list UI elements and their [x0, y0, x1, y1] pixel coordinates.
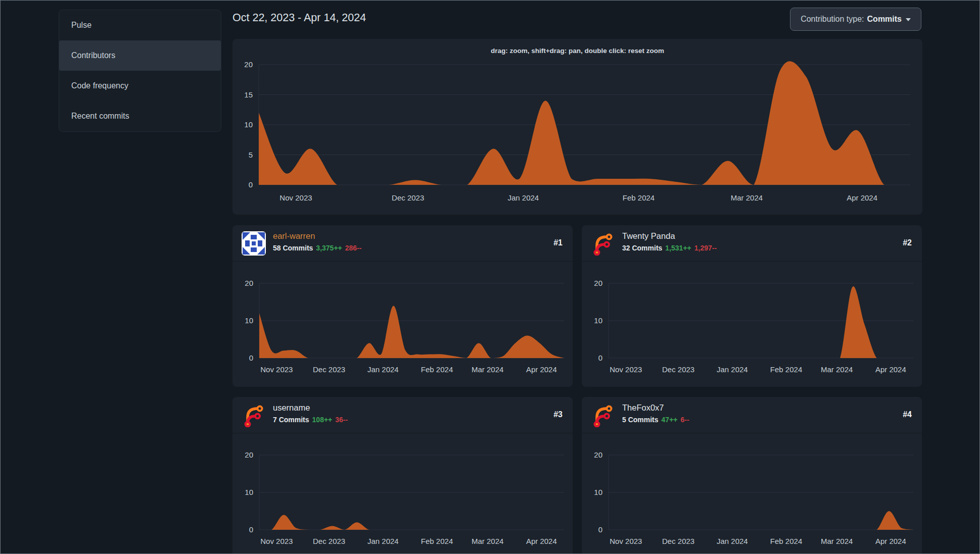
deletions-count: 286--: [345, 244, 362, 252]
contributor-name-link[interactable]: TheFox0x7: [622, 403, 664, 413]
x-axis-label: Feb 2024: [770, 365, 802, 374]
contributor-stats: 5 Commits47++6--: [622, 416, 689, 424]
y-axis-label: 10: [582, 316, 602, 325]
deletions-count: 36--: [335, 416, 348, 424]
main-commits-chart-panel: drag: zoom, shift+drag: pan, double clic…: [232, 39, 922, 215]
commit-count: 5 Commits: [622, 416, 659, 424]
x-axis-label: Dec 2023: [662, 537, 694, 545]
sidebar-item-recent-commits[interactable]: Recent commits: [59, 101, 221, 131]
contributor-name-link[interactable]: Twenty Panda: [622, 231, 675, 241]
y-axis-label: 10: [232, 316, 253, 325]
x-axis-label: Mar 2024: [821, 365, 853, 374]
y-axis-label: 0: [232, 180, 253, 189]
x-axis-label: Nov 2023: [260, 537, 293, 545]
x-axis-label: Feb 2024: [421, 365, 453, 374]
contributor-card: earl-warren 58 Commits3,375++286-- #1 01…: [232, 225, 573, 387]
sidebar-item-contributors[interactable]: Contributors: [59, 40, 221, 71]
contributor-commits-chart[interactable]: 01020Nov 2023Dec 2023Jan 2024Feb 2024Mar…: [582, 268, 922, 387]
contribution-type-value: Commits: [867, 15, 902, 24]
contributor-stats: 32 Commits1,531++1,297--: [622, 244, 717, 252]
x-axis-label: Nov 2023: [279, 193, 312, 202]
x-axis-label: Feb 2024: [623, 193, 655, 202]
contributor-card-header: earl-warren 58 Commits3,375++286-- #1: [232, 225, 573, 262]
x-axis-label: Feb 2024: [770, 537, 802, 545]
contributor-card: username 7 Commits108++36-- #3 01020Nov …: [232, 397, 573, 554]
commit-count: 7 Commits: [273, 416, 309, 424]
commit-activity-area: [609, 286, 913, 358]
x-axis-label: Jan 2024: [367, 537, 399, 545]
commit-count: 58 Commits: [273, 244, 313, 252]
additions-count: 108++: [312, 416, 333, 424]
commit-activity-area: [609, 511, 913, 530]
contributor-commits-chart[interactable]: 01020Nov 2023Dec 2023Jan 2024Feb 2024Mar…: [582, 440, 922, 554]
deletions-count: 1,297--: [694, 244, 717, 252]
contribution-type-dropdown[interactable]: Contribution type: Commits: [790, 8, 921, 31]
y-axis-label: 0: [232, 354, 253, 362]
rank-badge: #2: [903, 238, 912, 247]
additions-count: 3,375++: [316, 244, 342, 252]
y-axis-label: 0: [582, 525, 602, 534]
y-axis-label: 20: [582, 279, 602, 287]
x-axis-label: Apr 2024: [875, 537, 906, 545]
main-commits-chart[interactable]: 05101520Nov 2023Dec 2023Jan 2024Feb 2024…: [232, 39, 922, 215]
x-axis-label: Nov 2023: [260, 365, 293, 374]
contributor-stats: 58 Commits3,375++286--: [273, 244, 361, 252]
x-axis-label: Dec 2023: [662, 365, 694, 374]
contributor-stats: 7 Commits108++36--: [273, 416, 348, 424]
commit-activity-area: [259, 515, 564, 530]
x-axis-label: Dec 2023: [313, 365, 345, 374]
x-axis-label: Mar 2024: [472, 537, 503, 545]
deletions-count: 6--: [681, 416, 689, 424]
y-axis-label: 20: [582, 450, 602, 459]
y-axis-label: 0: [582, 354, 602, 362]
contributor-card: Twenty Panda 32 Commits1,531++1,297-- #2…: [582, 225, 922, 387]
x-axis-label: Mar 2024: [731, 193, 763, 202]
commit-count: 32 Commits: [622, 244, 662, 252]
y-axis-label: 15: [232, 90, 253, 99]
caret-down-icon: [906, 18, 911, 21]
contributor-card-header: TheFox0x7 5 Commits47++6-- #4: [582, 397, 922, 433]
y-axis-label: 20: [232, 279, 253, 287]
forgejo-logo-avatar: [242, 403, 266, 427]
contributor-name-link[interactable]: username: [273, 403, 310, 413]
additions-count: 1,531++: [665, 244, 691, 252]
contributor-commits-chart[interactable]: 01020Nov 2023Dec 2023Jan 2024Feb 2024Mar…: [232, 440, 573, 554]
x-axis-label: Mar 2024: [472, 365, 503, 374]
additions-count: 47++: [662, 416, 678, 424]
contributors-page: Pulse Contributors Code frequency Recent…: [0, 0, 980, 554]
contributor-card-header: Twenty Panda 32 Commits1,531++1,297-- #2: [582, 225, 922, 262]
x-axis-label: Dec 2023: [392, 193, 424, 202]
contribution-type-label: Contribution type:: [801, 15, 864, 24]
x-axis-label: Feb 2024: [421, 537, 453, 545]
x-axis-label: Jan 2024: [717, 365, 748, 374]
y-axis-label: 5: [232, 150, 253, 159]
repo-activity-sidebar: Pulse Contributors Code frequency Recent…: [59, 10, 221, 132]
x-axis-label: Apr 2024: [526, 537, 557, 545]
x-axis-label: Apr 2024: [875, 365, 906, 374]
x-axis-label: Jan 2024: [507, 193, 539, 202]
commit-activity-area: [259, 306, 564, 358]
contributor-commits-chart[interactable]: 01020Nov 2023Dec 2023Jan 2024Feb 2024Mar…: [232, 268, 573, 387]
y-axis-label: 20: [232, 60, 253, 69]
rank-badge: #1: [553, 238, 563, 247]
x-axis-label: Apr 2024: [847, 193, 877, 202]
contributor-name-link[interactable]: earl-warren: [273, 231, 315, 241]
rank-badge: #3: [553, 410, 563, 419]
forgejo-logo-avatar: [591, 231, 615, 256]
x-axis-label: Nov 2023: [610, 365, 642, 374]
rank-badge: #4: [903, 410, 912, 419]
x-axis-label: Dec 2023: [313, 537, 345, 545]
zoom-hint-text: drag: zoom, shift+drag: pan, double clic…: [232, 47, 922, 55]
sidebar-item-code-frequency[interactable]: Code frequency: [59, 71, 221, 101]
y-axis-label: 10: [232, 120, 253, 129]
commit-activity-area: [259, 61, 910, 185]
x-axis-label: Nov 2023: [610, 537, 642, 545]
contributor-card: TheFox0x7 5 Commits47++6-- #4 01020Nov 2…: [582, 397, 922, 554]
x-axis-label: Jan 2024: [367, 365, 399, 374]
date-range-title: Oct 22, 2023 - Apr 14, 2024: [232, 12, 366, 24]
sidebar-item-pulse[interactable]: Pulse: [59, 10, 221, 40]
y-axis-label: 20: [232, 450, 253, 459]
x-axis-label: Mar 2024: [821, 537, 853, 545]
x-axis-label: Apr 2024: [526, 365, 557, 374]
area-chart-svg: [232, 39, 922, 215]
